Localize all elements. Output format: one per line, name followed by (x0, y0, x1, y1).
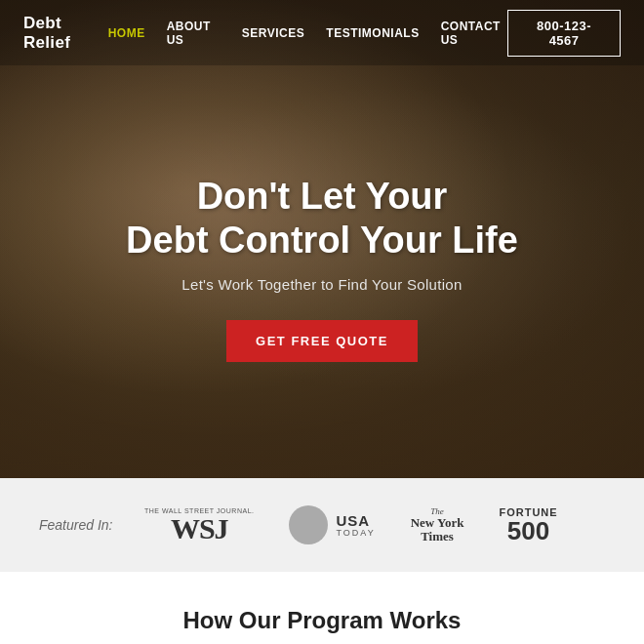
fortune-num-text: 500 (507, 518, 549, 543)
works-section: How Our Program Works All the Lorem Ipsu… (0, 572, 644, 644)
nav-contact[interactable]: CONTACT US (441, 20, 508, 47)
main-nav: HOME ABOUT US SERVICES TESTIMONIALS CONT… (108, 20, 508, 47)
nyt-logo: The New YorkTimes (411, 506, 464, 544)
featured-logos: THE WALL STREET JOURNAL. WSJ USA TODAY T… (144, 505, 605, 544)
nyt-main-text: New YorkTimes (411, 516, 464, 544)
fortune-logo: FORTUNE 500 (499, 506, 557, 543)
featured-label: Featured In: (39, 517, 127, 533)
wsj-logo: THE WALL STREET JOURNAL. WSJ (144, 507, 254, 543)
nav-testimonials[interactable]: TESTIMONIALS (326, 26, 419, 40)
usa-sub-text: TODAY (336, 528, 375, 538)
works-title: How Our Program Works (39, 607, 605, 634)
wsj-main-text: WSJ (171, 514, 228, 543)
nav-about[interactable]: ABOUT US (167, 20, 221, 47)
phone-button[interactable]: 800-123-4567 (507, 10, 621, 57)
usa-today-logo: USA TODAY (289, 505, 375, 544)
usa-text: USA TODAY (336, 513, 375, 538)
hero-subtitle: Let's Work Together to Find Your Solutio… (181, 276, 462, 293)
usa-circle (289, 505, 328, 544)
hero-title: Don't Let YourDebt Control Your Life (126, 175, 518, 262)
site-logo: Debt Relief (23, 14, 108, 53)
nav-services[interactable]: SERVICES (242, 26, 304, 40)
site-header: Debt Relief HOME ABOUT US SERVICES TESTI… (0, 0, 644, 65)
usa-main-text: USA (336, 513, 375, 528)
nav-home[interactable]: HOME (108, 26, 145, 40)
hero-section: Don't Let YourDebt Control Your Life Let… (0, 0, 644, 478)
featured-section: Featured In: THE WALL STREET JOURNAL. WS… (0, 478, 644, 572)
hero-content: Don't Let YourDebt Control Your Life Let… (0, 0, 644, 478)
get-quote-button[interactable]: GET FREE QUOTE (226, 320, 418, 362)
